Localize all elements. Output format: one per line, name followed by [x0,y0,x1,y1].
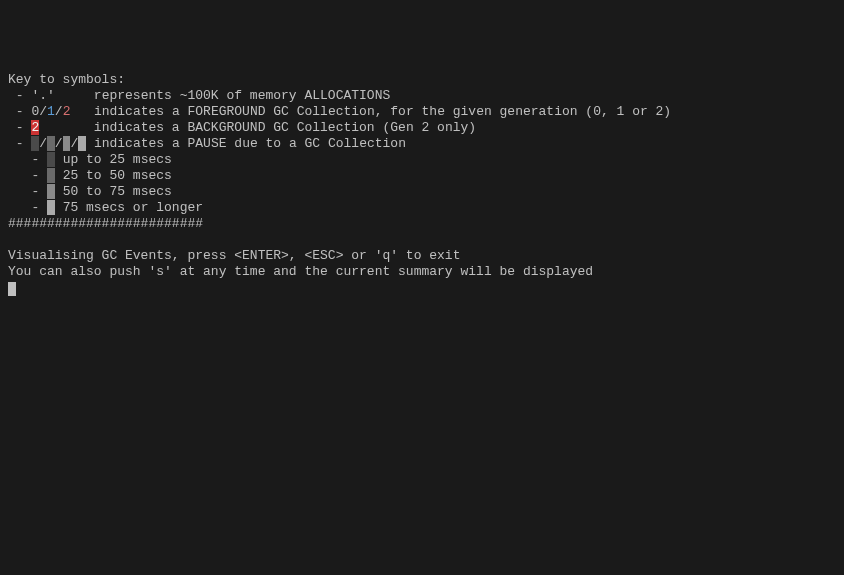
pause-indicator-2: X [47,168,55,183]
pause-range-4: - X 75 msecs or longer [8,200,836,216]
status-line-2: You can also push 's' at any time and th… [8,264,836,280]
pause-range-3: - X 50 to 75 msecs [8,184,836,200]
gen0-label: 0 [31,104,39,119]
divider: ######################### [8,216,836,232]
pause-range-2: - X 25 to 50 msecs [8,168,836,184]
pause-indicator-1: X [47,152,55,167]
pause-block-2: X [47,136,55,151]
status-line-1: Visualising GC Events, press <ENTER>, <E… [8,248,836,264]
pause-block-4: X [78,136,86,151]
cursor-line [8,280,836,296]
gen1-label: 1 [47,104,55,119]
gen2-label: 2 [63,104,71,119]
legend-dot: - '.' represents ~100K of memory ALLOCAT… [8,88,836,104]
pause-block-1: X [31,136,39,151]
pause-indicator-3: X [47,184,55,199]
cursor-icon [8,282,16,296]
blank-line [8,232,836,248]
pause-indicator-4: X [47,200,55,215]
pause-block-3: X [63,136,71,151]
pause-range-1: - X up to 25 msecs [8,152,836,168]
legend-header: Key to symbols: [8,72,836,88]
bg-gc-symbol: 2 [31,120,39,135]
legend-pause: - X/X/X/X indicates a PAUSE due to a GC … [8,136,836,152]
legend-bg: - 2 indicates a BACKGROUND GC Collection… [8,120,836,136]
legend-gen: - 0/1/2 indicates a FOREGROUND GC Collec… [8,104,836,120]
